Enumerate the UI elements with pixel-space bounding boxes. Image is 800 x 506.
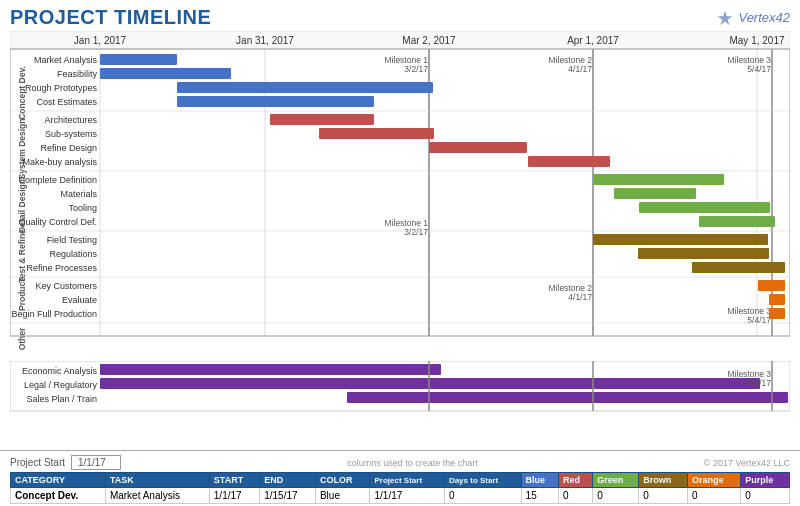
task-label-4: Cost Estimates: [36, 97, 97, 107]
other-chart: Economic Analysis Legal / Regulatory Sal…: [10, 361, 790, 426]
cell-start: 1/1/17: [209, 488, 259, 504]
bar-makebuy: [528, 156, 610, 167]
project-start-label: Project Start: [10, 457, 65, 468]
task-label-13: Field Testing: [47, 235, 97, 245]
task-label-19: Economic Analysis: [22, 366, 98, 376]
bar-sales: [347, 392, 788, 403]
copyright-text: © 2017 Vertex42 LLC: [704, 458, 790, 468]
data-table: CATEGORY TASK START END COLOR Project St…: [10, 472, 790, 504]
col-header-red: Red: [559, 473, 593, 488]
other-section: Economic Analysis Legal / Regulatory Sal…: [10, 361, 790, 426]
cell-task: Market Analysis: [105, 488, 209, 504]
logo: Vertex42: [716, 9, 790, 27]
bar-complete-def: [593, 174, 724, 185]
col-header-orange: Orange: [687, 473, 740, 488]
task-label-6: Sub-systems: [45, 129, 98, 139]
col-header-end: END: [260, 473, 316, 488]
task-label-21: Sales Plan / Train: [26, 394, 97, 404]
project-start-box[interactable]: 1/1/17: [71, 455, 121, 470]
task-label-10: Materials: [60, 189, 97, 199]
cat-label-test: Test & Refine: [17, 229, 27, 283]
cell-blue: 15: [521, 488, 558, 504]
cell-red: 0: [559, 488, 593, 504]
date-label-5: May 1, 2017: [729, 35, 784, 46]
cell-category: Concept Dev.: [11, 488, 106, 504]
milestone-label-1d: 3/2/17: [404, 227, 428, 237]
bar-field-testing: [593, 234, 768, 245]
bar-subsystems: [319, 128, 434, 139]
task-label-18: Begin Full Production: [11, 309, 97, 319]
bar-refine-processes: [692, 262, 785, 273]
col-header-green: Green: [593, 473, 639, 488]
cell-color: Blue: [315, 488, 370, 504]
date-label-3: Mar 2, 2017: [402, 35, 456, 46]
page-title: PROJECT TIMELINE: [10, 6, 211, 29]
task-label-8: Make-buy analysis: [22, 157, 97, 167]
header: PROJECT TIMELINE Vertex42: [0, 0, 800, 31]
cat-label-produce: Produce: [17, 277, 27, 311]
bar-regulations: [638, 248, 769, 259]
cell-end: 1/15/17: [260, 488, 316, 504]
col-header-start: START: [209, 473, 259, 488]
bar-architectures: [270, 114, 374, 125]
bar-materials: [614, 188, 696, 199]
page: PROJECT TIMELINE Vertex42 Jan 1, 2017 Ja…: [0, 0, 800, 506]
bar-market-analysis: [100, 54, 177, 65]
date-label-1: Jan 1, 2017: [74, 35, 127, 46]
milestone-label-1b: 3/2/17: [404, 64, 428, 74]
cell-proj-start: 1/1/17: [370, 488, 444, 504]
bar-rough-prototypes: [177, 82, 433, 93]
bottom-section: Project Start 1/1/17 columns used to cre…: [0, 450, 800, 506]
col-header-days: Days to Start: [444, 473, 521, 488]
milestone-label-3f: 5/4/17: [747, 378, 771, 388]
bar-cost-estimates: [177, 96, 374, 107]
task-label-15: Refine Processes: [26, 263, 97, 273]
bar-refine-design: [429, 142, 527, 153]
task-label-12: Quality Control Def.: [18, 217, 97, 227]
logo-icon: [716, 9, 734, 27]
col-header-blue: Blue: [521, 473, 558, 488]
project-start-row: Project Start 1/1/17 columns used to cre…: [10, 453, 790, 472]
col-header-proj-start: Project Start: [370, 473, 444, 488]
col-header-color: COLOR: [315, 473, 370, 488]
cell-green: 0: [593, 488, 639, 504]
milestone-label-2b: 4/1/17: [568, 64, 592, 74]
table-row: Concept Dev. Market Analysis 1/1/17 1/15…: [11, 488, 790, 504]
cat-label-concept: Concept Dev.: [17, 66, 27, 120]
cat-label-other: Other: [17, 327, 27, 350]
bar-key-customers: [758, 280, 785, 291]
bar-tooling: [639, 202, 770, 213]
task-label-14: Regulations: [49, 249, 97, 259]
task-label-17: Evaluate: [62, 295, 97, 305]
bar-evaluate: [769, 294, 785, 305]
milestone-label-3b: 5/4/17: [747, 64, 771, 74]
cell-orange: 0: [687, 488, 740, 504]
bar-economic: [100, 364, 441, 375]
cell-days: 0: [444, 488, 521, 504]
cell-brown: 0: [639, 488, 688, 504]
col-header-purple: Purple: [741, 473, 790, 488]
task-label-11: Tooling: [68, 203, 97, 213]
task-label-7: Refine Design: [40, 143, 97, 153]
project-start-left: Project Start 1/1/17: [10, 455, 121, 470]
task-label-3: Rough Prototypes: [25, 83, 98, 93]
date-label-2: Jan 31, 2017: [236, 35, 294, 46]
cat-label-system: System Design: [17, 119, 27, 180]
gantt-chart: Jan 1, 2017 Jan 31, 2017 Mar 2, 2017 Apr…: [10, 31, 790, 361]
milestone-label-2d: 4/1/17: [568, 292, 592, 302]
bar-qc: [699, 216, 775, 227]
date-label-4: Apr 1, 2017: [567, 35, 619, 46]
chart-container: Jan 1, 2017 Jan 31, 2017 Mar 2, 2017 Apr…: [0, 31, 800, 450]
bar-begin-full: [769, 308, 785, 319]
col-header-task: TASK: [105, 473, 209, 488]
cell-purple: 0: [741, 488, 790, 504]
col-header-brown: Brown: [639, 473, 688, 488]
task-label-16: Key Customers: [35, 281, 97, 291]
task-label-2: Feasibility: [57, 69, 98, 79]
task-label-20: Legal / Regulatory: [24, 380, 98, 390]
task-label-5: Architectures: [44, 115, 97, 125]
bar-feasibility: [100, 68, 231, 79]
col-header-category: CATEGORY: [11, 473, 106, 488]
task-label-9: Complete Definition: [18, 175, 97, 185]
bar-legal: [100, 378, 760, 389]
